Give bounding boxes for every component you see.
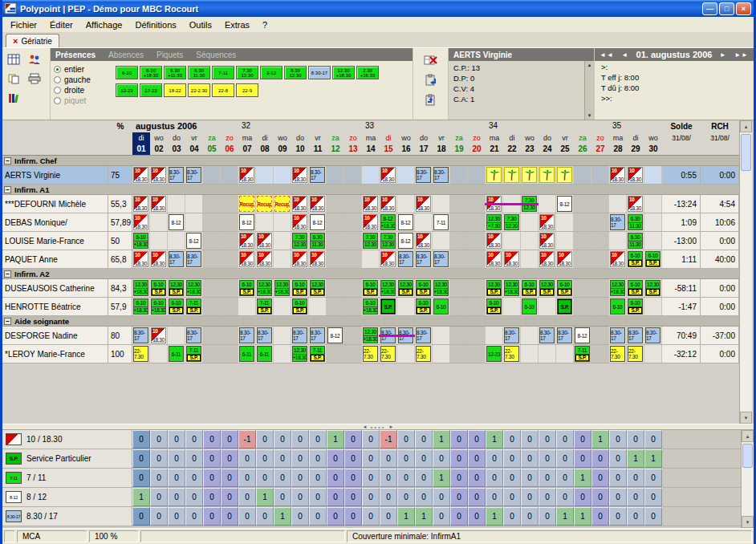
presence-tab-2[interactable]: Piquets	[156, 51, 183, 59]
shift-block[interactable]: 6-11	[239, 346, 254, 362]
coverage-cell[interactable]: 0	[309, 469, 327, 487]
shift-cell[interactable]: 1018.30	[309, 195, 327, 213]
shift-cell[interactable]: 1018.30	[609, 250, 627, 268]
shift-cell[interactable]: 6-10+18.30	[150, 298, 168, 315]
shift-button[interactable]: 17-23	[140, 83, 162, 97]
coverage-cell[interactable]: 0	[168, 449, 185, 468]
shift-cell[interactable]: 1018.30	[291, 213, 309, 231]
shift-cell[interactable]: 6-10+18.30	[362, 298, 380, 315]
scroll-down-icon[interactable]: ▼	[742, 516, 754, 528]
shift-cell[interactable]: 6-10S.P.	[291, 298, 309, 315]
coverage-cell[interactable]: 0	[503, 488, 521, 506]
shift-block[interactable]: 22-7.30	[504, 346, 519, 362]
shift-cell[interactable]: 1018.30	[150, 250, 168, 268]
shift-cell[interactable]: 6-10S.P.	[415, 279, 433, 297]
shift-cell[interactable]	[221, 345, 238, 363]
coverage-cell[interactable]: 0	[644, 430, 662, 449]
shift-cell[interactable]: 1018.30	[539, 232, 556, 250]
shift-cell[interactable]: 12-23	[486, 345, 503, 363]
shift-10-1830[interactable]: 1018.30	[539, 251, 555, 267]
shift-block[interactable]: 7-11S.P.	[186, 298, 201, 315]
shift-cell[interactable]	[168, 232, 185, 250]
coverage-cell[interactable]: 0	[150, 507, 168, 526]
shift-10-1830[interactable]: 1018.30	[504, 251, 519, 267]
shift-block[interactable]: 12-23	[486, 346, 502, 362]
day-number[interactable]: 24	[539, 143, 556, 155]
shift-cell[interactable]: 22-7.30	[627, 345, 644, 363]
shift-cell[interactable]	[450, 345, 468, 363]
employee-stats-scrollbar[interactable]: ▲ ▼	[584, 61, 594, 120]
shift-cell[interactable]	[539, 298, 556, 315]
shift-block[interactable]: 8-12+18.30	[380, 214, 396, 230]
coverage-cell[interactable]: 0	[521, 488, 539, 506]
shift-10-1830[interactable]: 1018.30	[151, 251, 166, 267]
shift-block[interactable]: 8.30-17	[504, 327, 519, 343]
shift-button[interactable]: 22-2.30	[188, 83, 210, 97]
day-number[interactable]: 07	[238, 143, 256, 155]
shift-block[interactable]: 8.30-17	[610, 214, 625, 230]
shift-cell[interactable]	[450, 298, 468, 315]
coverage-cell[interactable]: 1	[256, 488, 274, 506]
shift-cell[interactable]	[521, 213, 539, 231]
shift-cell[interactable]	[468, 327, 486, 344]
coverage-cell[interactable]: 1	[556, 507, 574, 526]
shift-cell[interactable]: Recup	[238, 195, 256, 213]
shift-10-1830[interactable]: 1018.30	[151, 327, 166, 343]
vacation-palm-icon[interactable]	[486, 167, 502, 183]
shift-cell[interactable]: 7.3012.30	[362, 232, 380, 250]
next-day-icon[interactable]: ►	[720, 51, 727, 59]
shift-block[interactable]: 8.30-17	[310, 327, 325, 343]
shift-cell[interactable]	[256, 213, 274, 231]
shift-block[interactable]: 6-10S.P.	[557, 280, 572, 296]
collapse-icon[interactable]: −	[4, 186, 11, 193]
shift-block[interactable]: 6-10S.P.	[522, 280, 537, 296]
shift-cell[interactable]: 22-7.30	[415, 345, 433, 363]
shift-cell[interactable]: 1018.30	[291, 195, 309, 213]
shift-cell[interactable]: 8.30-17	[415, 166, 433, 184]
paste-shift-icon[interactable]	[421, 71, 441, 89]
day-number[interactable]: 12	[327, 143, 344, 155]
shift-cell[interactable]	[539, 166, 556, 184]
shift-cell[interactable]: 6-10+18.30	[132, 232, 150, 250]
day-number[interactable]: 11	[309, 143, 327, 155]
day-number[interactable]: 04	[185, 143, 203, 155]
coverage-cell[interactable]: 0	[150, 430, 168, 449]
shift-block[interactable]: 6-11	[257, 346, 272, 362]
coverage-cell[interactable]: 0	[344, 449, 362, 468]
shift-cell[interactable]: 1018.30	[132, 250, 150, 268]
shift-cell[interactable]	[521, 327, 539, 344]
prev-week-icon[interactable]: ◄◄	[600, 51, 614, 59]
shift-button[interactable]: 7-11	[212, 66, 234, 79]
coverage-cell[interactable]: 1	[574, 507, 591, 526]
day-number[interactable]: 13	[344, 143, 362, 155]
shift-cell[interactable]: 1018.30	[415, 232, 433, 250]
shift-cell[interactable]: 1018.30	[256, 250, 274, 268]
shift-cell[interactable]	[591, 327, 609, 344]
coverage-cell[interactable]: 0	[291, 488, 309, 506]
shift-cell[interactable]	[150, 213, 168, 231]
shift-cell[interactable]	[362, 166, 380, 184]
presence-tab-1[interactable]: Absences	[108, 51, 144, 59]
shift-10-1830[interactable]: 1018.30	[239, 167, 254, 183]
shift-cell[interactable]: 6-10S.P.	[627, 250, 644, 268]
scrollbar-track[interactable]	[742, 442, 754, 516]
shift-cell[interactable]	[344, 298, 362, 315]
shift-block[interactable]: 8.30-17	[416, 167, 431, 183]
coverage-cell[interactable]: 0	[486, 449, 503, 468]
shift-cell[interactable]	[327, 279, 344, 297]
coverage-cell[interactable]: 0	[415, 469, 433, 487]
shift-button[interactable]: 7.3012.30	[236, 66, 258, 79]
shift-block[interactable]: 12.30S.P.	[539, 280, 555, 296]
shift-cell[interactable]: 6-10S.P.	[556, 279, 574, 297]
shift-cell[interactable]: 6-11	[256, 345, 274, 363]
shift-cell[interactable]: 1018.30	[486, 232, 503, 250]
shift-button[interactable]: 18-22	[164, 83, 186, 97]
shift-cell[interactable]: 1018.30	[556, 250, 574, 268]
shift-cell[interactable]: 1018.30	[380, 250, 397, 268]
coverage-cell[interactable]: 0	[168, 488, 185, 506]
shift-block[interactable]: 6-10	[433, 298, 449, 315]
shift-cell[interactable]: 8.30-17	[627, 327, 644, 344]
shift-block[interactable]: 12.30S.P.	[310, 280, 325, 296]
shift-cell[interactable]	[203, 279, 221, 297]
library-icon[interactable]	[4, 89, 23, 107]
